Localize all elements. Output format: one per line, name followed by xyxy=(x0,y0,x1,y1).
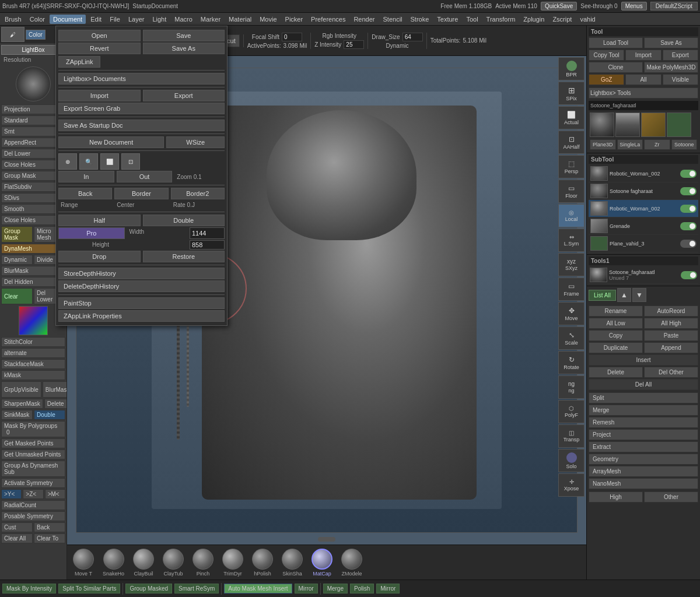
dd-zapplink-btn[interactable]: ZAppLink xyxy=(58,56,100,68)
menus-button[interactable]: Menus xyxy=(621,2,647,10)
arrow-up-btn[interactable]: ▲ xyxy=(617,288,631,302)
dd-revert-btn[interactable]: Revert xyxy=(58,43,141,54)
brush-snakehook[interactable]: SnakeHo xyxy=(103,549,124,577)
subtool-toggle-2[interactable] xyxy=(680,187,696,195)
subtool-toggle-5[interactable] xyxy=(680,240,696,248)
menu-file[interactable]: File xyxy=(106,15,124,24)
nav-back-btn[interactable]: Back xyxy=(34,522,65,532)
dd-export-screengrab-btn[interactable]: Export Screen Grab xyxy=(58,103,225,114)
dd-open-btn[interactable]: Open xyxy=(58,30,141,41)
nano-mesh-btn[interactable]: NanoMesh xyxy=(589,478,698,489)
dd-out-btn[interactable]: Out xyxy=(117,171,173,182)
dd-scroll-btn[interactable]: ⊕ xyxy=(58,153,77,170)
brush-pinch[interactable]: Pinch xyxy=(192,549,214,577)
menu-color[interactable]: Color xyxy=(26,15,48,24)
dd-save-btn[interactable]: Save xyxy=(143,30,225,41)
subtool-item-1[interactable]: Robotic_Woman_002 xyxy=(589,165,698,182)
dd-drop-btn[interactable]: Drop xyxy=(58,251,141,262)
menu-macro[interactable]: Macro xyxy=(171,15,196,24)
menu-light[interactable]: Light xyxy=(149,15,170,24)
subtool-item-2[interactable]: Sotoone fagharaat xyxy=(589,182,698,200)
dd-delete-depth-btn[interactable]: DeleteDepthHistory xyxy=(58,280,225,292)
dd-width-input[interactable] xyxy=(190,227,225,239)
group-as-dyn-btn[interactable]: Group As Dynamesh Sub xyxy=(1,461,65,477)
menu-zplugin[interactable]: Zplugin xyxy=(520,15,548,24)
paste-btn[interactable]: Paste xyxy=(644,330,698,341)
color-swatch[interactable] xyxy=(19,306,48,335)
brush-matcap[interactable]: MatCap xyxy=(312,549,332,577)
dd-border-btn[interactable]: Border xyxy=(114,188,168,199)
load-tool-btn[interactable]: Load Tool xyxy=(589,37,643,48)
brush-zmodele[interactable]: ZModele xyxy=(341,549,362,577)
rp-saveas-btn[interactable]: Save As xyxy=(644,37,698,48)
group-mask2-btn[interactable]: Group Mask xyxy=(1,226,33,243)
menu-stroke[interactable]: Stroke xyxy=(407,15,433,24)
brush-move-t[interactable]: Move T xyxy=(73,549,94,577)
dd-save-startup-btn[interactable]: Save As Startup Doc xyxy=(58,120,225,131)
dd-back-btn[interactable]: Back xyxy=(58,188,112,199)
xpose-btn[interactable]: ✛ Xpose xyxy=(558,473,584,497)
sink-mask-btn[interactable]: SinkMask xyxy=(1,410,33,420)
sharpen-btn[interactable]: SharpenMask xyxy=(1,399,43,409)
persp-btn[interactable]: ⬚ Persp xyxy=(558,155,584,178)
all-btn[interactable]: All xyxy=(625,74,661,85)
clone-btn[interactable]: Clone xyxy=(589,62,643,73)
tools-item-1[interactable]: Sotoone_fagharaatl Unued 7 xyxy=(589,266,698,284)
subtool-item-5[interactable]: Plane_vahid_3 xyxy=(589,235,698,252)
brush-claytube[interactable]: ClayTub xyxy=(163,549,184,577)
dd-double-btn[interactable]: Double xyxy=(143,215,225,226)
remesh-btn[interactable]: Remesh xyxy=(589,417,698,428)
rp-export-btn[interactable]: Export xyxy=(663,50,698,61)
delete-subtool-btn[interactable]: Delete xyxy=(589,367,643,378)
dd-store-depth-btn[interactable]: StoreDepthHistory xyxy=(58,268,225,279)
arrow-down-btn[interactable]: ▼ xyxy=(632,288,646,302)
plane3d-btn[interactable]: Plane3D xyxy=(590,139,616,150)
menu-preferences[interactable]: Preferences xyxy=(307,15,349,24)
other-btn[interactable]: Other xyxy=(644,491,698,503)
menu-vahid[interactable]: vahid xyxy=(576,15,598,24)
stitch-color-btn[interactable]: StitchColor xyxy=(1,337,65,347)
del-other-btn[interactable]: Del Other xyxy=(644,367,698,378)
dd-height-input[interactable] xyxy=(190,240,225,250)
list-all-btn[interactable]: List All xyxy=(589,290,616,301)
project-btn[interactable]: Project xyxy=(589,429,698,440)
grpup-visible-btn[interactable]: GrpUpVisible xyxy=(1,381,41,398)
goz-btn[interactable]: GoZ xyxy=(589,74,624,85)
clear-to-btn[interactable]: Clear To xyxy=(34,533,65,543)
thumb-body[interactable] xyxy=(590,113,614,137)
autoreord-btn[interactable]: AutoReord xyxy=(644,305,698,317)
menu-brush[interactable]: Brush xyxy=(1,15,25,24)
lightbox-tools-btn[interactable]: Lightbox> Tools xyxy=(589,87,698,99)
subtool-item-3[interactable]: Robotic_Woman_002 xyxy=(589,200,698,217)
menu-transform[interactable]: Transform xyxy=(483,15,519,24)
insert-btn[interactable]: Insert xyxy=(589,354,698,366)
dd-actual-btn[interactable]: ⬜ xyxy=(100,153,119,170)
z-axis-btn[interactable]: >Z< xyxy=(23,489,43,499)
dd-pro-btn[interactable]: Pro xyxy=(58,227,125,239)
spix-btn[interactable]: ⊞ SPix xyxy=(558,82,584,105)
dd-export-btn[interactable]: Export xyxy=(143,90,225,101)
single-la-btn[interactable]: SingleLa xyxy=(617,139,643,150)
brush-hpolish[interactable]: hPolish xyxy=(252,549,273,577)
all-low-btn[interactable]: All Low xyxy=(589,318,643,329)
double-btn[interactable]: Double xyxy=(34,410,65,420)
subtool-toggle-4[interactable] xyxy=(680,222,696,230)
geometry-btn[interactable]: Geometry xyxy=(589,454,698,465)
local-btn[interactable]: ◎ Local xyxy=(558,204,584,227)
dynamic-btn[interactable]: Dynamic xyxy=(1,255,33,265)
duplicate-btn[interactable]: Duplicate xyxy=(589,342,643,353)
rotate-view-btn[interactable]: ↻ Rotate xyxy=(558,351,584,374)
menu-movie[interactable]: Movie xyxy=(256,15,280,24)
zscript-button[interactable]: DefaultZScript xyxy=(650,2,698,10)
bottom-mirror-btn[interactable]: Mirror xyxy=(295,584,318,594)
extract-btn[interactable]: Extract xyxy=(589,441,698,452)
ng-btn[interactable]: ng ng xyxy=(558,375,584,399)
color-button[interactable]: Color xyxy=(26,30,46,40)
rp-copy-btn[interactable]: Copy xyxy=(589,330,643,341)
actual-view-btn[interactable]: ⬜ Actual xyxy=(558,106,584,129)
dd-border2-btn[interactable]: Border2 xyxy=(171,188,225,199)
get-masked-btn[interactable]: Get Masked Points xyxy=(1,438,65,448)
stackface-btn[interactable]: StackfaceMask xyxy=(1,359,65,369)
copy-tool-btn[interactable]: Copy Tool xyxy=(589,50,624,61)
cust-btn[interactable]: Cust xyxy=(1,522,33,532)
